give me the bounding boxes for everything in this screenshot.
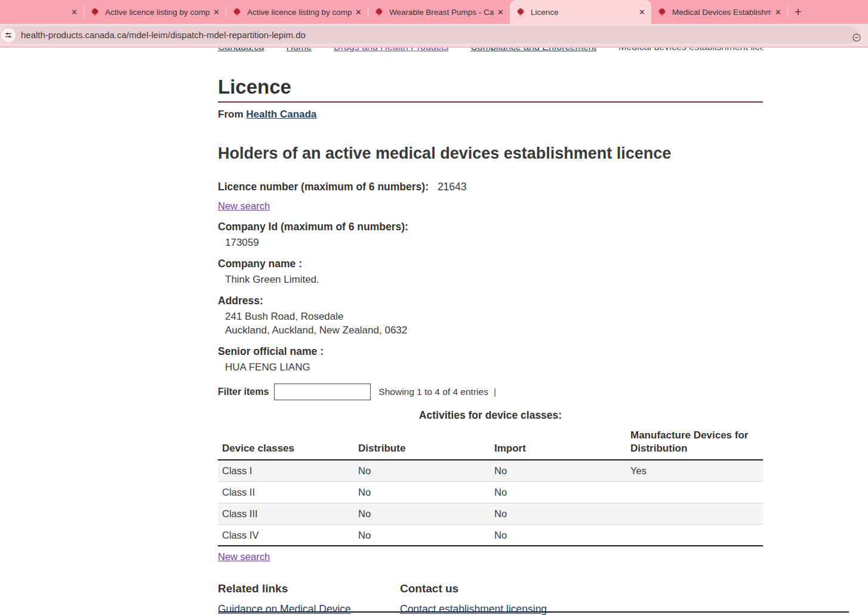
field-label: Address: <box>218 294 763 307</box>
company-name-field: Company name : Think Green Limited. <box>218 257 763 286</box>
tab-bar: ✕ Active licence listing by comp ✕ Activ… <box>0 0 868 24</box>
maple-leaf-icon <box>657 7 667 17</box>
new-tab-button[interactable]: + <box>788 0 808 24</box>
filter-input[interactable] <box>274 384 371 400</box>
tab-wearable-breast-pumps[interactable]: Wearable Breast Pumps - Car ✕ <box>368 0 510 24</box>
contact-us-heading: Contact us <box>400 582 547 595</box>
licence-number-label: Licence number (maximum of 6 numbers): <box>218 181 429 193</box>
table-cell: No <box>490 508 626 520</box>
url-bar: health-products.canada.ca/mdel-leim/disp… <box>0 24 868 48</box>
table-cell: Class I <box>218 465 354 477</box>
table-cell: No <box>354 530 490 541</box>
maple-leaf-icon <box>90 7 100 17</box>
showing-entries-text: Showing 1 to 4 of 4 entries <box>378 387 488 397</box>
device-classes-table: Device classes Distribute Import Manufac… <box>218 429 763 546</box>
breadcrumb-home[interactable]: Home <box>286 48 312 52</box>
field-value: Auckland, Auckland, New Zealand, 0632 <box>225 323 763 337</box>
new-search-top-row: New search <box>218 200 763 212</box>
new-search-link-bottom[interactable]: New search <box>218 551 270 562</box>
tab-active-licence-listing-2[interactable]: Active licence listing by comp ✕ <box>226 0 368 24</box>
address-field: Address: 241 Bush Road, Rosedale Aucklan… <box>218 294 763 337</box>
table-cell: No <box>490 465 626 477</box>
table-cell: Class IV <box>218 530 354 541</box>
table-cell: No <box>354 465 490 477</box>
breadcrumb-drugs-health-products[interactable]: Drugs and Health Products <box>334 48 448 52</box>
table-cell: Class II <box>218 487 354 498</box>
table-header-row: Device classes Distribute Import Manufac… <box>218 429 763 461</box>
column-header: Device classes <box>218 442 354 455</box>
tab-title: Active licence listing by comp <box>105 8 210 17</box>
tab-close-icon[interactable]: ✕ <box>497 8 504 17</box>
field-label: Company name : <box>218 257 763 270</box>
page-content: Canada.ca Home Drugs and Health Products… <box>218 48 763 615</box>
tab-close-icon[interactable]: ✕ <box>71 8 78 17</box>
site-settings-icon[interactable] <box>1 28 16 42</box>
breadcrumb-canada-ca[interactable]: Canada.ca <box>218 48 264 52</box>
tab-medical-devices-establishment[interactable]: Medical Devices Establishme ✕ <box>651 0 787 24</box>
zoom-out-icon[interactable] <box>852 33 861 45</box>
maple-leaf-icon <box>374 7 384 17</box>
licence-number-line: Licence number (maximum of 6 numbers): 2… <box>218 180 763 193</box>
tab-close-icon[interactable]: ✕ <box>775 8 781 17</box>
column-header: Manufacture Devices for Distribution <box>626 429 763 455</box>
footer-links: Related links Guidance on Medical Device… <box>218 582 763 615</box>
related-links-column: Related links Guidance on Medical Device <box>218 582 400 615</box>
column-header: Distribute <box>354 442 490 455</box>
table-cell: Yes <box>626 465 763 477</box>
omnibox[interactable]: health-products.canada.ca/mdel-leim/disp… <box>0 26 858 44</box>
table-cell: Class III <box>218 508 354 520</box>
contact-us-column: Contact us Contact establishment licensi… <box>400 582 547 615</box>
table-row: Class I No No Yes <box>218 461 763 482</box>
table-cell: No <box>490 487 626 498</box>
filter-label: Filter items <box>218 387 269 397</box>
field-value: 173059 <box>225 236 763 249</box>
from-line: From Health Canada <box>218 108 763 120</box>
table-cell: No <box>354 487 490 498</box>
breadcrumb: Canada.ca Home Drugs and Health Products… <box>218 48 763 55</box>
tab-close-icon[interactable]: ✕ <box>355 8 362 17</box>
guidance-medical-device-link[interactable]: Guidance on Medical Device <box>218 603 351 615</box>
field-value: HUA FENG LIANG <box>225 360 763 374</box>
field-label: Company Id (maximum of 6 numbers): <box>218 220 763 233</box>
health-canada-link[interactable]: Health Canada <box>246 109 316 120</box>
tab-title: Medical Devices Establishme <box>672 8 771 17</box>
tab-active-licence-listing-1[interactable]: Active licence listing by comp ✕ <box>84 0 226 24</box>
filter-row: Filter items Showing 1 to 4 of 4 entries… <box>218 384 763 400</box>
tab-close-icon[interactable]: ✕ <box>639 8 645 17</box>
tab-close-icon[interactable]: ✕ <box>213 8 220 17</box>
breadcrumb-compliance-enforcement[interactable]: Compliance and Enforcement <box>470 48 596 52</box>
licence-number-value: 21643 <box>438 181 467 193</box>
maple-leaf-icon <box>516 7 525 17</box>
tab-title: Active licence listing by comp <box>247 8 352 17</box>
senior-official-field: Senior official name : HUA FENG LIANG <box>218 345 763 374</box>
tab-title: Wearable Breast Pumps - Car <box>389 8 494 17</box>
breadcrumb-current: Medical devices establishment licence li… <box>618 48 763 52</box>
table-row: Class III No No <box>218 503 763 525</box>
page-title: Licence <box>218 76 763 103</box>
table-caption: Activities for device classes: <box>218 409 763 422</box>
table-cell: No <box>354 508 490 520</box>
footer-divider <box>218 611 849 613</box>
maple-leaf-icon <box>232 7 242 17</box>
tab-title: Licence <box>531 8 635 17</box>
column-header: Import <box>490 442 626 455</box>
new-search-bottom-row: New search <box>218 551 763 563</box>
table-row: Class II No No <box>218 482 763 503</box>
company-id-field: Company Id (maximum of 6 numbers): 17305… <box>218 220 763 249</box>
from-label: From <box>218 109 244 120</box>
url-text[interactable]: health-products.canada.ca/mdel-leim/disp… <box>21 30 306 40</box>
pager-separator: | <box>494 387 496 397</box>
contact-establishment-licensing-link[interactable]: Contact establishment licensing <box>400 603 547 615</box>
field-label: Senior official name : <box>218 345 763 358</box>
new-search-link-top[interactable]: New search <box>218 200 270 211</box>
related-links-heading: Related links <box>218 582 400 595</box>
tab-clipped[interactable]: ✕ <box>0 0 84 24</box>
section-heading: Holders of an active medical devices est… <box>218 144 763 162</box>
table-cell: No <box>490 530 626 541</box>
table-row: Class IV No No <box>218 525 763 546</box>
field-value: Think Green Limited. <box>225 273 763 286</box>
tab-licence-active[interactable]: Licence ✕ <box>510 0 651 24</box>
field-value: 241 Bush Road, Rosedale <box>225 310 763 323</box>
